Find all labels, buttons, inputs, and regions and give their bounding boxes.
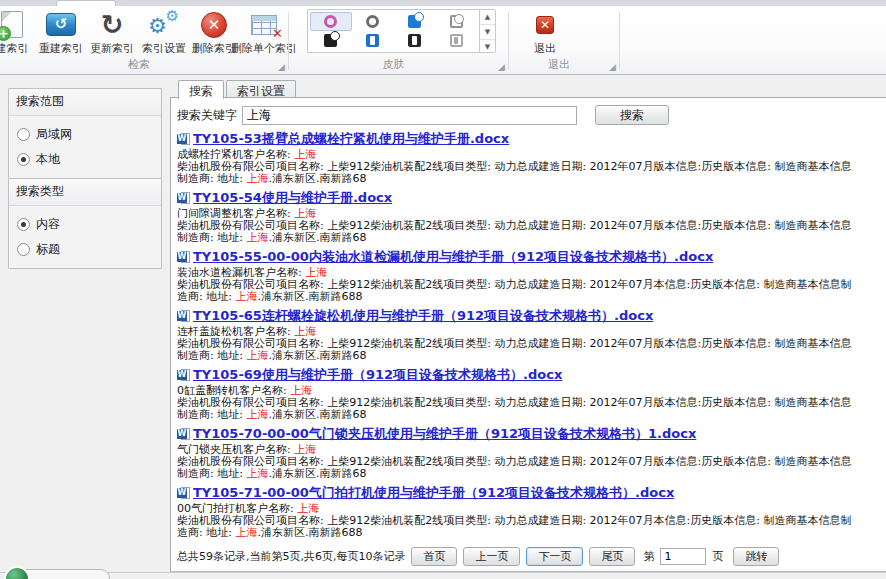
- word-document-icon: W: [177, 192, 190, 205]
- search-type-group: 搜索类型 内容标题: [8, 178, 162, 269]
- result-item: WTY105-53摇臂总成螺栓拧紧机使用与维护手册.docx成螺栓拧紧机客户名称…: [177, 131, 882, 185]
- result-file-link[interactable]: TY105-71-00-00气门拍打机使用与维护手册（912项目设备技术规格书）…: [193, 484, 674, 502]
- skin-gray-circle-icon: [366, 15, 379, 28]
- page-number-input[interactable]: [660, 548, 706, 565]
- skin-scroll-up-icon[interactable]: ▲: [480, 10, 495, 25]
- skin-dialog-launcher-icon[interactable]: ◢: [498, 62, 505, 72]
- rebuild-index-label: 重建索引: [35, 41, 87, 56]
- search-scope-radio[interactable]: [17, 153, 30, 166]
- status-strip: [0, 572, 886, 579]
- result-item: WTY105-71-00-00气门拍打机使用与维护手册（912项目设备技术规格书…: [177, 485, 882, 539]
- exit-label: 退出: [523, 41, 567, 56]
- delete-single-index-icon: ✕: [251, 15, 277, 35]
- index-settings-label: 索引设置: [138, 41, 190, 56]
- main-tabs: 搜索 索引设置: [178, 80, 298, 98]
- green-status-icon: [4, 566, 30, 579]
- ribbon-group-exit: ✕ 退出 退出 ◢: [509, 6, 619, 74]
- search-results-list: WTY105-53摇臂总成螺栓拧紧机使用与维护手册.docx成螺栓拧紧机客户名称…: [177, 131, 882, 543]
- exit-dialog-launcher-icon[interactable]: ◢: [609, 62, 616, 72]
- retrieval-dialog-launcher-icon[interactable]: ◢: [278, 62, 285, 72]
- page-number-prefix-label: 第: [643, 549, 654, 564]
- jump-page-button[interactable]: 跳转: [733, 547, 779, 566]
- search-type-radio[interactable]: [17, 218, 30, 231]
- last-page-button[interactable]: 尾页: [589, 547, 635, 566]
- create-index-button[interactable]: + 建索引: [0, 8, 38, 60]
- result-item: WTY105-69使用与维护手册（912项目设备技术规格书）.docx0缸盖翻转…: [177, 367, 882, 421]
- keyword-highlight: 上海: [246, 467, 268, 480]
- skin-blue-office[interactable]: [352, 31, 394, 50]
- skin-pink-circle-icon: [324, 15, 337, 28]
- word-document-icon: W: [177, 133, 190, 146]
- search-panel: 搜索关键字 搜索 WTY105-53摇臂总成螺栓拧紧机使用与维护手册.docx成…: [170, 97, 886, 572]
- result-detail-line3: 制造商: 地址: 上海.浦东新区.南新路68: [177, 409, 882, 421]
- skin-black-office-icon: [408, 34, 421, 47]
- search-scope-radio[interactable]: [17, 128, 30, 141]
- result-item: WTY105-65连杆螺栓旋松机使用与维护手册（912项目设备技术规格书）.do…: [177, 308, 882, 362]
- skin-scroll-more-icon[interactable]: ▼: [480, 40, 495, 54]
- search-keyword-label: 搜索关键字: [177, 107, 237, 124]
- group-label-skin: 皮肤: [289, 57, 498, 72]
- group-label-exit: 退出: [509, 57, 609, 72]
- index-settings-icon: ⚙⚙: [148, 10, 180, 40]
- create-index-label: 建索引: [0, 41, 38, 56]
- rebuild-index-button[interactable]: ↺ 重建索引: [35, 8, 87, 60]
- skin-scroll-down-icon[interactable]: ▼: [480, 25, 495, 40]
- result-detail-line3: 制造商: 地址: 上海.浦东新区.南新路68: [177, 468, 882, 480]
- result-file-link[interactable]: TY105-70-00-00气门锁夹压机使用与维护手册（912项目设备技术规格书…: [193, 425, 696, 443]
- search-type-option[interactable]: 标题: [17, 237, 157, 262]
- pagination-summary: 总共59条记录,当前第5页,共6页,每页10条记录: [177, 549, 405, 564]
- skin-black-clock[interactable]: [310, 31, 352, 50]
- search-button[interactable]: 搜索: [595, 105, 669, 125]
- keyword-highlight: 上海: [235, 526, 257, 539]
- search-scope-option[interactable]: 本地: [17, 147, 157, 172]
- prev-page-button[interactable]: 上一页: [463, 547, 520, 566]
- result-detail-line3: 造商: 地址: 上海.浦东新区.南新路688: [177, 527, 882, 539]
- result-item: WTY105-70-00-00气门锁夹压机使用与维护手册（912项目设备技术规格…: [177, 426, 882, 480]
- skin-gray-office[interactable]: [435, 31, 477, 50]
- result-detail-line3: 制造商: 地址: 上海.浦东新区.南新路68: [177, 350, 882, 362]
- search-scope-title: 搜索范围: [9, 89, 161, 116]
- first-page-button[interactable]: 首页: [411, 547, 457, 566]
- update-index-button[interactable]: ↻ 更新索引: [86, 8, 138, 60]
- page-number-suffix-label: 页: [712, 549, 723, 564]
- skin-gray-office-icon: [450, 34, 463, 47]
- skin-blue-clock[interactable]: [394, 12, 436, 31]
- result-file-link[interactable]: TY105-54使用与维护手册.docx: [193, 189, 392, 207]
- keyword-highlight: 上海: [246, 408, 268, 421]
- search-scope-option[interactable]: 局域网: [17, 122, 157, 147]
- group-separator: [619, 12, 620, 70]
- tab-search[interactable]: 搜索: [178, 80, 224, 99]
- result-detail-line3: 制造商: 地址: 上海.浦东新区.南新路68: [177, 173, 882, 185]
- new-index-icon: +: [1, 11, 23, 38]
- next-page-button[interactable]: 下一页: [526, 547, 583, 566]
- search-type-label: 标题: [36, 241, 60, 258]
- skin-gray-circle[interactable]: [352, 12, 394, 31]
- rebuild-index-icon: ↺: [46, 13, 76, 36]
- skin-white-clock[interactable]: [435, 12, 477, 31]
- index-settings-button[interactable]: ⚙⚙ 索引设置: [138, 8, 190, 60]
- search-type-radio[interactable]: [17, 243, 30, 256]
- result-file-link[interactable]: TY105-55-00-00内装油水道检漏机使用与维护手册（912项目设备技术规…: [193, 248, 713, 266]
- result-file-link[interactable]: TY105-69使用与维护手册（912项目设备技术规格书）.docx: [193, 366, 562, 384]
- word-document-icon: W: [177, 310, 190, 323]
- exit-icon: ✕: [536, 16, 554, 34]
- word-document-icon: W: [177, 428, 190, 441]
- search-type-label: 内容: [36, 216, 60, 233]
- search-type-option[interactable]: 内容: [17, 212, 157, 237]
- keyword-highlight: 上海: [246, 349, 268, 362]
- keyword-highlight: 上海: [246, 172, 268, 185]
- ribbon: + 建索引 ↺ 重建索引 ↻ 更新索引 ⚙⚙ 索引设置 ✕ 删除索引 ✕ 删除单…: [0, 6, 886, 75]
- result-file-link[interactable]: TY105-53摇臂总成螺栓拧紧机使用与维护手册.docx: [193, 131, 509, 148]
- tab-index-settings[interactable]: 索引设置: [226, 80, 296, 98]
- word-document-icon: W: [177, 369, 190, 382]
- result-detail-line3: 制造商: 地址: 上海.浦东新区.南新路68: [177, 232, 882, 244]
- exit-button[interactable]: ✕ 退出: [523, 8, 567, 60]
- keyword-highlight: 上海: [235, 290, 257, 303]
- keyword-highlight: 上海: [246, 231, 268, 244]
- skin-pink-circle[interactable]: [310, 12, 352, 31]
- skin-black-office[interactable]: [394, 31, 436, 50]
- group-label-retrieval: 检索: [0, 57, 278, 72]
- search-scope-label: 局域网: [36, 126, 72, 143]
- result-file-link[interactable]: TY105-65连杆螺栓旋松机使用与维护手册（912项目设备技术规格书）.doc…: [193, 307, 653, 325]
- search-keyword-input[interactable]: [242, 106, 577, 125]
